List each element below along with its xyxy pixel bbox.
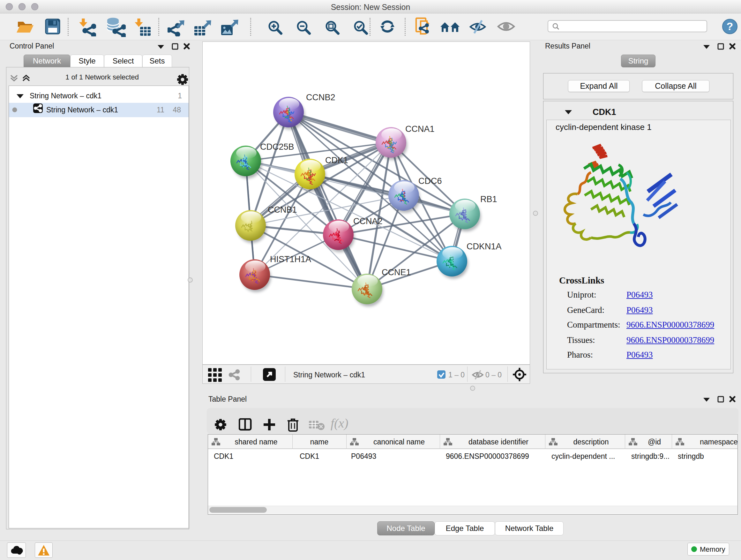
svg-text:CCNA2: CCNA2 xyxy=(353,216,383,226)
svg-text:CCNA1: CCNA1 xyxy=(405,124,434,134)
svg-text:CCNB2: CCNB2 xyxy=(306,92,335,102)
svg-text:CDKN1A: CDKN1A xyxy=(467,242,502,251)
svg-text:CDK1: CDK1 xyxy=(325,155,348,165)
svg-text:?: ? xyxy=(727,20,733,32)
svg-text:CDC25B: CDC25B xyxy=(260,142,294,152)
svg-text:CCNE1: CCNE1 xyxy=(382,267,411,277)
svg-text:RB1: RB1 xyxy=(480,194,497,204)
svg-text:CDC6: CDC6 xyxy=(418,176,442,186)
svg-text:CCNB1: CCNB1 xyxy=(268,205,297,214)
svg-text:HIST1H1A: HIST1H1A xyxy=(270,254,311,264)
